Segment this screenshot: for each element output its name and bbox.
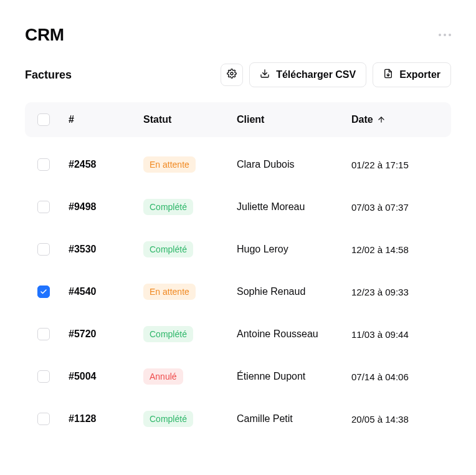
client-name: Antoine Rousseau [237,329,351,340]
client-name: Sophie Renaud [237,286,351,297]
row-checkbox[interactable] [37,243,50,256]
export-label: Exporter [399,69,440,80]
download-csv-label: Télécharger CSV [276,69,356,80]
invoice-date: 11/03 à 09:44 [351,329,439,340]
page-title: CRM [25,25,64,45]
table-header: # Statut Client Date [25,102,451,137]
row-checkbox[interactable] [37,413,50,425]
invoice-date: 01/22 à 17:15 [351,160,439,170]
invoice-id: #5004 [69,371,143,382]
client-name: Juliette Moreau [237,201,351,213]
row-checkbox[interactable] [37,201,50,213]
invoices-table: # Statut Client Date #2458En attenteClar… [25,102,451,440]
invoice-id: #9498 [69,201,143,213]
svg-point-0 [231,72,233,75]
client-name: Clara Dubois [237,159,351,170]
column-header-id[interactable]: # [69,114,143,125]
invoice-id: #2458 [69,159,143,170]
invoice-date: 12/02 à 14:58 [351,244,439,255]
column-header-date[interactable]: Date [351,114,439,125]
status-badge: Complété [143,199,193,215]
invoice-date: 12/23 à 09:33 [351,287,439,297]
row-checkbox[interactable] [37,370,50,383]
arrow-up-icon [377,115,386,124]
table-row[interactable]: #4540En attenteSophie Renaud12/23 à 09:3… [25,271,451,313]
settings-button[interactable] [221,64,243,86]
row-checkbox[interactable] [37,285,50,298]
client-name: Étienne Dupont [237,371,351,382]
gear-icon [227,69,237,81]
table-row[interactable]: #2458En attenteClara Dubois01/22 à 17:15 [25,143,451,186]
column-header-client[interactable]: Client [237,114,351,125]
status-badge: Annulé [143,368,183,385]
client-name: Hugo Leroy [237,244,351,255]
invoice-id: #4540 [69,286,143,297]
table-row[interactable]: #5720ComplétéAntoine Rousseau11/03 à 09:… [25,313,451,355]
row-checkbox[interactable] [37,158,50,171]
export-button[interactable]: Exporter [373,62,451,87]
more-menu-button[interactable] [439,34,451,36]
invoice-date: 20/05 à 14:38 [351,414,439,425]
status-badge: En attente [143,284,196,300]
invoice-date: 07/14 à 04:06 [351,372,439,382]
status-badge: Complété [143,326,193,342]
invoice-date: 07/03 à 07:37 [351,202,439,213]
status-badge: Complété [143,411,193,427]
invoice-id: #5720 [69,329,143,340]
select-all-checkbox[interactable] [37,113,50,126]
download-icon [260,69,270,81]
download-csv-button[interactable]: Télécharger CSV [249,62,366,87]
file-export-icon [383,69,393,81]
status-badge: En attente [143,156,196,173]
invoice-id: #1128 [69,413,143,425]
column-header-status[interactable]: Statut [143,114,237,125]
table-row[interactable]: #3530ComplétéHugo Leroy12/02 à 14:58 [25,228,451,271]
table-row[interactable]: #5004AnnuléÉtienne Dupont07/14 à 04:06 [25,355,451,398]
status-badge: Complété [143,241,193,257]
section-label: Factures [25,69,72,82]
client-name: Camille Petit [237,413,351,425]
column-header-date-label: Date [351,114,373,125]
invoice-id: #3530 [69,244,143,255]
table-row[interactable]: #1128ComplétéCamille Petit20/05 à 14:38 [25,398,451,440]
table-row[interactable]: #9498ComplétéJuliette Moreau07/03 à 07:3… [25,186,451,228]
row-checkbox[interactable] [37,328,50,340]
